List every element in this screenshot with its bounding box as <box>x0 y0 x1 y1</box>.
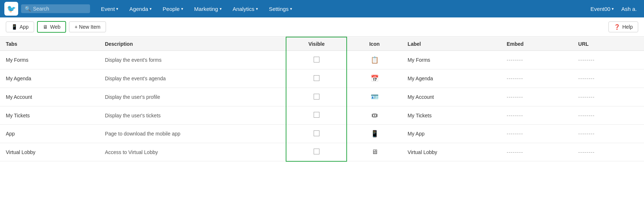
cell-description: Display the event's agenda <box>99 69 286 88</box>
cell-embed: -------- <box>501 88 572 106</box>
chevron-down-icon: ▾ <box>150 7 152 11</box>
cell-label: My App <box>402 125 501 143</box>
header-description: Description <box>99 37 286 51</box>
cell-label: My Forms <box>402 51 501 69</box>
help-button[interactable]: ❓ Help <box>608 21 638 32</box>
visible-checkbox[interactable] <box>314 112 319 118</box>
mobile-icon: 📱 <box>11 24 17 30</box>
cell-visible[interactable] <box>286 51 347 69</box>
table-row: My Account Display the user's profile 🪪 … <box>0 88 644 106</box>
nav-item-people[interactable]: People ▾ <box>158 4 188 14</box>
cell-embed: -------- <box>501 69 572 88</box>
cell-visible[interactable] <box>286 69 347 88</box>
cell-label: My Tickets <box>402 106 501 125</box>
chevron-down-icon: ▾ <box>290 7 292 11</box>
top-navigation: 🐦 🔍 Event ▾ Agenda ▾ People ▾ Marketing … <box>0 0 644 17</box>
cell-description: Page to download the mobile app <box>99 125 286 143</box>
table-row: My Tickets Display the user's tickets 🎟 … <box>0 106 644 125</box>
logo-button[interactable]: 🐦 <box>4 2 18 16</box>
header-url: URL <box>572 37 644 51</box>
chevron-down-icon: ▾ <box>220 7 222 11</box>
cell-label: My Account <box>402 88 501 106</box>
nav-item-analytics[interactable]: Analytics ▾ <box>228 4 263 14</box>
header-visible: Visible <box>286 37 347 51</box>
cell-description: Display the user's tickets <box>99 106 286 125</box>
nav-right-section: Event00 ▾ Ash a. <box>587 4 640 14</box>
nav-item-settings[interactable]: Settings ▾ <box>264 4 297 14</box>
visible-checkbox[interactable] <box>314 149 319 154</box>
cell-visible[interactable] <box>286 88 347 106</box>
table-row: My Forms Display the event's forms 📋 My … <box>0 51 644 69</box>
cell-icon: 📅 <box>347 69 402 88</box>
logo-icon: 🐦 <box>7 4 16 13</box>
cell-tab-name: Virtual Lobby <box>0 143 99 161</box>
cell-visible[interactable] <box>286 106 347 125</box>
cell-embed: -------- <box>501 143 572 161</box>
header-icon: Icon <box>347 37 402 51</box>
chevron-down-icon: ▾ <box>181 7 183 11</box>
cell-icon: 🎟 <box>347 106 402 125</box>
account-switcher[interactable]: Event00 ▾ <box>587 4 617 14</box>
new-item-button[interactable]: + New Item <box>69 21 106 32</box>
view-toolbar: 📱 App 🖥 Web + New Item ❓ Help <box>0 17 644 37</box>
search-icon: 🔍 <box>25 6 31 12</box>
chevron-down-icon: ▾ <box>256 7 258 11</box>
nav-item-marketing[interactable]: Marketing ▾ <box>189 4 227 14</box>
cell-url: -------- <box>572 69 644 88</box>
search-input[interactable] <box>33 6 86 12</box>
cell-description: Display the event's forms <box>99 51 286 69</box>
cell-url: -------- <box>572 125 644 143</box>
cell-tab-name: My Tickets <box>0 106 99 125</box>
cell-icon: 📱 <box>347 125 402 143</box>
cell-tab-name: My Agenda <box>0 69 99 88</box>
visible-checkbox[interactable] <box>314 57 319 62</box>
cell-url: -------- <box>572 106 644 125</box>
cell-icon: 📋 <box>347 51 402 69</box>
cell-embed: -------- <box>501 106 572 125</box>
table-header-row: Tabs Description Visible Icon Label Embe… <box>0 37 644 51</box>
cell-icon: 🪪 <box>347 88 402 106</box>
nav-menu: Event ▾ Agenda ▾ People ▾ Marketing ▾ An… <box>96 4 584 14</box>
cell-description: Display the user's profile <box>99 88 286 106</box>
search-box[interactable]: 🔍 <box>21 4 90 13</box>
header-tabs: Tabs <box>0 37 99 51</box>
cell-label: Virtual Lobby <box>402 143 501 161</box>
cell-url: -------- <box>572 51 644 69</box>
table-row: App Page to download the mobile app 📱 My… <box>0 125 644 143</box>
table-row: My Agenda Display the event's agenda 📅 M… <box>0 69 644 88</box>
cell-visible[interactable] <box>286 143 347 161</box>
user-menu[interactable]: Ash a. <box>618 4 640 14</box>
cell-embed: -------- <box>501 125 572 143</box>
cell-tab-name: My Account <box>0 88 99 106</box>
nav-item-agenda[interactable]: Agenda ▾ <box>124 4 157 14</box>
visible-checkbox[interactable] <box>314 130 319 136</box>
cell-description: Access to Virtual Lobby <box>99 143 286 161</box>
header-embed: Embed <box>501 37 572 51</box>
table-row: Virtual Lobby Access to Virtual Lobby 🖥 … <box>0 143 644 161</box>
chevron-down-icon: ▾ <box>116 7 118 11</box>
cell-embed: -------- <box>501 51 572 69</box>
tabs-table: Tabs Description Visible Icon Label Embe… <box>0 37 644 162</box>
cell-tab-name: My Forms <box>0 51 99 69</box>
app-tab-button[interactable]: 📱 App <box>6 21 34 32</box>
visible-checkbox[interactable] <box>314 75 319 81</box>
cell-icon: 🖥 <box>347 143 402 161</box>
header-label: Label <box>402 37 501 51</box>
cell-label: My Agenda <box>402 69 501 88</box>
cell-tab-name: App <box>0 125 99 143</box>
web-tab-button[interactable]: 🖥 Web <box>37 21 66 33</box>
help-icon: ❓ <box>614 24 620 30</box>
web-icon: 🖥 <box>43 24 48 30</box>
cell-visible[interactable] <box>286 125 347 143</box>
toolbar-right: ❓ Help <box>608 21 638 32</box>
tabs-table-container: Tabs Description Visible Icon Label Embe… <box>0 37 644 162</box>
cell-url: -------- <box>572 88 644 106</box>
nav-item-event[interactable]: Event ▾ <box>96 4 123 14</box>
chevron-down-icon: ▾ <box>612 7 614 11</box>
cell-url: -------- <box>572 143 644 161</box>
visible-checkbox[interactable] <box>314 94 319 100</box>
